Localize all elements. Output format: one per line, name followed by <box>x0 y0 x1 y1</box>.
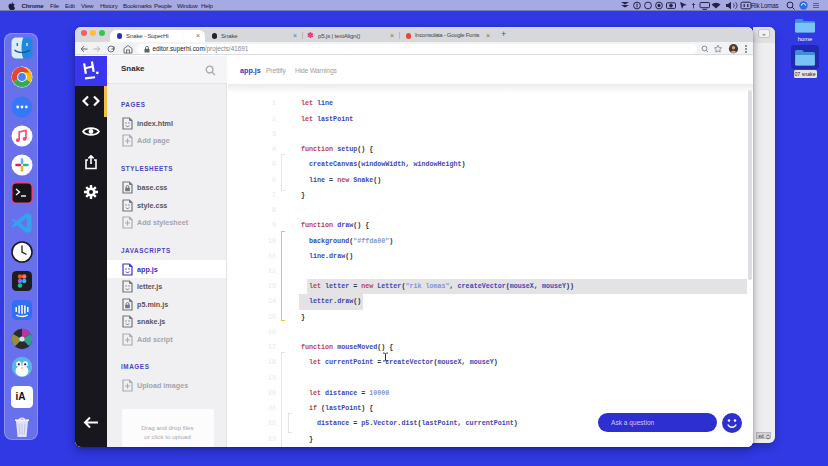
svg-text:Rik Lomas: Rik Lomas <box>751 2 779 9</box>
